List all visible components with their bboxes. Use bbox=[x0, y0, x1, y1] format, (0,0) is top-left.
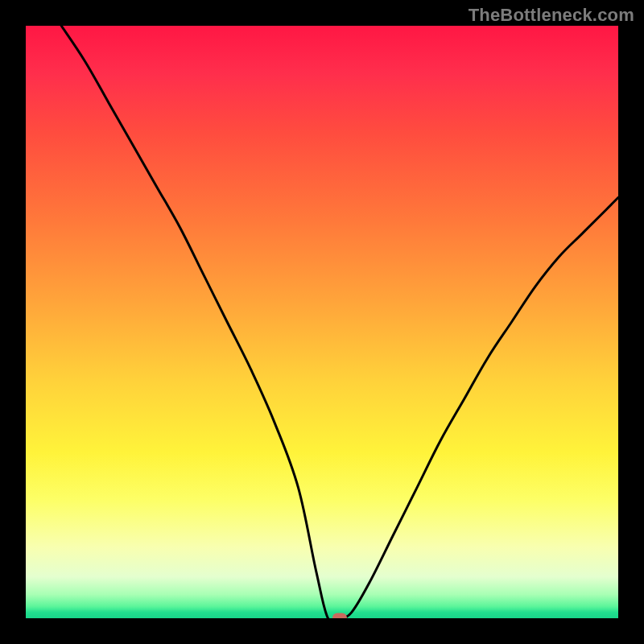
chart-frame: TheBottleneck.com bbox=[0, 0, 644, 644]
optimum-marker-icon bbox=[332, 613, 347, 619]
watermark-text: TheBottleneck.com bbox=[469, 5, 634, 26]
bottleneck-curve bbox=[26, 26, 618, 618]
plot-area bbox=[26, 26, 618, 618]
